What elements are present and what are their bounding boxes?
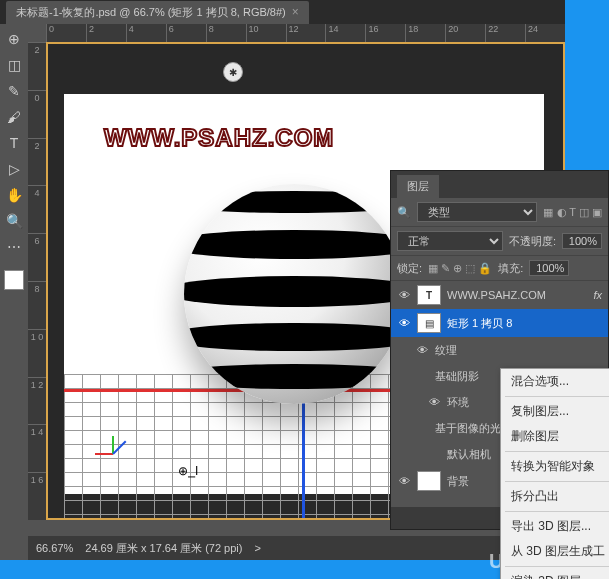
- status-arrow-icon[interactable]: >: [254, 542, 260, 554]
- eye-icon[interactable]: 👁: [397, 317, 411, 329]
- layer-item-selected[interactable]: 👁 ▤ 矩形 1 拷贝 8: [391, 309, 608, 337]
- layer-name: 默认相机: [447, 447, 491, 462]
- axis-z-icon: [112, 441, 126, 455]
- menu-delete-layer[interactable]: 删除图层: [501, 424, 609, 449]
- opacity-label: 不透明度:: [509, 234, 556, 249]
- fx-badge[interactable]: fx: [593, 289, 602, 301]
- tool-eyedropper[interactable]: ✎: [3, 80, 25, 102]
- close-icon[interactable]: ×: [292, 5, 299, 19]
- document-tab[interactable]: 未标题-1-恢复的.psd @ 66.7% (矩形 1 拷贝 8, RGB/8#…: [6, 1, 309, 24]
- menu-separator: [505, 566, 609, 567]
- fill-value[interactable]: 100%: [529, 260, 569, 276]
- search-icon[interactable]: 🔍: [397, 206, 411, 219]
- ruler-horizontal: 024681012141618202224: [46, 24, 565, 42]
- status-bar: 66.67% 24.69 厘米 x 17.64 厘米 (72 ppi) >: [28, 536, 565, 560]
- layer-thumb: ▤: [417, 313, 441, 333]
- menu-separator: [505, 481, 609, 482]
- layer-name: 基础阴影: [435, 369, 479, 384]
- eye-icon[interactable]: 👁: [427, 396, 441, 408]
- menu-separator: [505, 511, 609, 512]
- layer-item[interactable]: 👁 纹理: [391, 337, 608, 363]
- layer-thumb: [417, 471, 441, 491]
- lock-row: 锁定: ▦ ✎ ⊕ ⬚ 🔒 填充: 100%: [391, 256, 608, 281]
- layer-item[interactable]: 👁 T WWW.PSAHZ.COM fx: [391, 281, 608, 309]
- menu-render-3d[interactable]: 渲染 3D 图层: [501, 569, 609, 579]
- tool-crop[interactable]: ◫: [3, 54, 25, 76]
- tool-more[interactable]: ⋯: [3, 236, 25, 258]
- tab-layers[interactable]: 图层: [397, 175, 439, 198]
- layer-name: 纹理: [435, 343, 457, 358]
- watermark-text: WWW.PSAHZ.COM: [104, 124, 334, 152]
- menu-split-extrude[interactable]: 拆分凸出: [501, 484, 609, 509]
- tool-type[interactable]: T: [3, 132, 25, 154]
- marker-dot: ✱: [223, 62, 243, 82]
- layer-name: 矩形 1 拷贝 8: [447, 316, 512, 331]
- tab-title: 未标题-1-恢复的.psd @ 66.7% (矩形 1 拷贝 8, RGB/8#…: [16, 5, 286, 20]
- filter-select[interactable]: 类型: [417, 202, 537, 222]
- tool-hand[interactable]: ✋: [3, 184, 25, 206]
- edit-cursor-icon: ⊕⎯I: [178, 464, 198, 478]
- eye-icon[interactable]: 👁: [415, 344, 429, 356]
- menu-duplicate-layer[interactable]: 复制图层...: [501, 399, 609, 424]
- layer-thumb-type: T: [417, 285, 441, 305]
- blend-mode-select[interactable]: 正常: [397, 231, 503, 251]
- zoom-value[interactable]: 66.67%: [36, 542, 73, 554]
- eye-icon[interactable]: 👁: [397, 289, 411, 301]
- layer-name: 环境: [447, 395, 469, 410]
- axis-z-line: [302, 392, 305, 520]
- menu-export-3d[interactable]: 导出 3D 图层...: [501, 514, 609, 539]
- menu-separator: [505, 396, 609, 397]
- doc-info: 24.69 厘米 x 17.64 厘米 (72 ppi): [85, 541, 242, 556]
- tool-zoom[interactable]: 🔍: [3, 210, 25, 232]
- context-menu: 混合选项... 复制图层... 删除图层 转换为智能对象 拆分凸出 导出 3D …: [500, 368, 609, 579]
- layer-name: 背景: [447, 474, 469, 489]
- tool-brush[interactable]: 🖌: [3, 106, 25, 128]
- sphere-object[interactable]: [184, 184, 404, 404]
- menu-gen-from-3d[interactable]: 从 3D 图层生成工: [501, 539, 609, 564]
- ruler-vertical: 2024681 01 21 41 6: [28, 42, 46, 520]
- layer-name: WWW.PSAHZ.COM: [447, 289, 546, 301]
- tool-generic-1[interactable]: ⊕: [3, 28, 25, 50]
- menu-blend-options[interactable]: 混合选项...: [501, 369, 609, 394]
- blend-row: 正常 不透明度: 100%: [391, 227, 608, 256]
- filter-row: 🔍 类型 ▦ ◐ T ◫ ▣: [391, 198, 608, 227]
- axis-gizmo[interactable]: [98, 424, 128, 454]
- tool-strip: ⊕ ◫ ✎ 🖌 T ▷ ✋ 🔍 ⋯: [0, 24, 28, 560]
- lock-label: 锁定:: [397, 261, 422, 276]
- panel-tabs: 图层: [391, 171, 608, 198]
- topbar: 未标题-1-恢复的.psd @ 66.7% (矩形 1 拷贝 8, RGB/8#…: [0, 0, 565, 24]
- color-swatch[interactable]: [4, 270, 24, 290]
- menu-smart-object[interactable]: 转换为智能对象: [501, 454, 609, 479]
- fill-label: 填充:: [498, 261, 523, 276]
- eye-icon[interactable]: 👁: [397, 475, 411, 487]
- lock-icons[interactable]: ▦ ✎ ⊕ ⬚ 🔒: [428, 262, 492, 275]
- filter-type-icons[interactable]: ▦ ◐ T ◫ ▣: [543, 206, 602, 219]
- opacity-value[interactable]: 100%: [562, 233, 602, 249]
- menu-separator: [505, 451, 609, 452]
- axis-x-icon: [95, 453, 113, 455]
- tool-path[interactable]: ▷: [3, 158, 25, 180]
